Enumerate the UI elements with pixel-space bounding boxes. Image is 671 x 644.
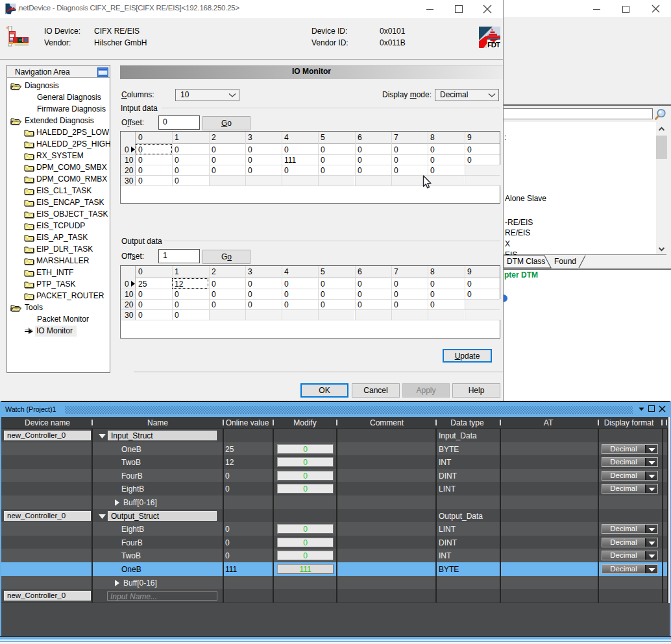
svg-text:FDT: FDT xyxy=(487,41,500,49)
